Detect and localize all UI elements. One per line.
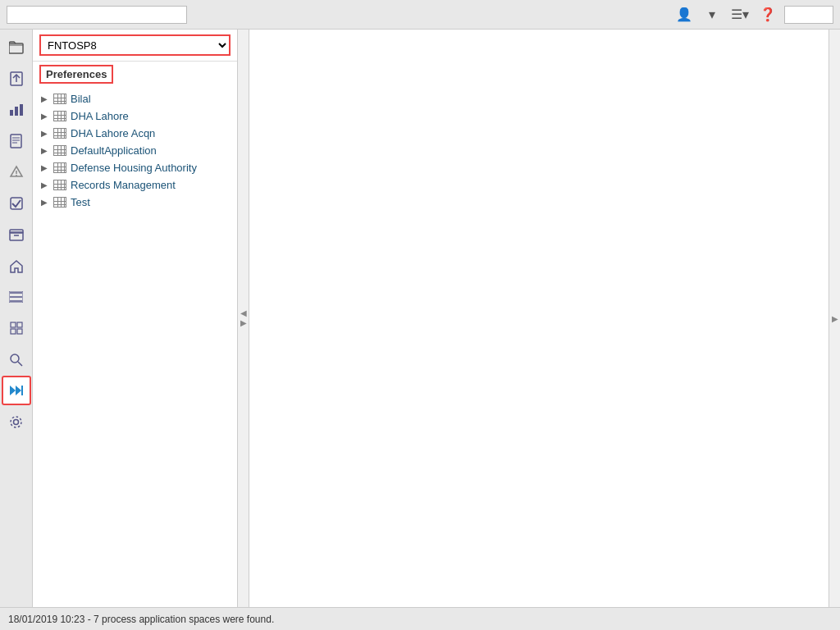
sidebar-folder-icon[interactable] [2, 33, 31, 62]
svg-rect-5 [20, 104, 23, 116]
resize-handle[interactable]: ◀ ▶ [238, 30, 249, 607]
tree-label-test: Test [71, 196, 90, 208]
tree-label-records-management: Records Management [71, 179, 176, 191]
topbar: 👤 ▾ ☰▾ ❓ [0, 0, 840, 30]
svg-rect-23 [17, 329, 22, 334]
sidebar-home-icon[interactable] [2, 251, 31, 281]
svg-rect-3 [10, 110, 13, 116]
tree-arrow-bilal: ▶ [41, 94, 51, 103]
grid-icon-default-application [52, 145, 67, 157]
tree-arrow-records-management: ▶ [41, 180, 51, 189]
svg-point-11 [16, 175, 17, 176]
svg-point-24 [11, 354, 19, 363]
tree-label-default-application: DefaultApplication [71, 144, 157, 157]
svg-rect-22 [11, 329, 16, 334]
tree-arrow-defense-housing: ▶ [41, 163, 51, 172]
svg-rect-6 [11, 135, 21, 148]
sidebar-check-icon[interactable] [2, 189, 31, 218]
help-icon[interactable]: ❓ [756, 3, 779, 26]
sidebar-search-icon[interactable] [2, 345, 31, 374]
topbar-extra-input[interactable] [784, 6, 833, 24]
tree-label-defense-housing: Defense Housing Authority [71, 162, 197, 174]
main-layout: FNTOSP8 Preferences ▶ Bilal ▶ DHA Lahore [0, 30, 840, 607]
grid-icon-bilal [52, 94, 67, 105]
tree-item-defense-housing[interactable]: ▶ Defense Housing Authority [33, 159, 237, 176]
svg-rect-26 [21, 386, 23, 395]
content-area [249, 30, 829, 607]
sidebar-settings-icon[interactable] [2, 407, 31, 436]
svg-point-27 [14, 419, 19, 424]
right-arrow: ▶ [240, 318, 247, 328]
user-dropdown-icon[interactable]: ▾ [701, 3, 724, 26]
tree-arrow-dha-lahore: ▶ [41, 112, 51, 121]
grid-icon-test [52, 197, 67, 208]
svg-point-28 [11, 417, 21, 427]
svg-rect-14 [10, 230, 23, 233]
svg-line-25 [18, 362, 22, 366]
grid-icon-dha-lahore-acqn [52, 128, 67, 139]
grid-icon-dha-lahore [52, 111, 67, 122]
tree-item-test[interactable]: ▶ Test [33, 194, 237, 211]
tree-item-dha-lahore[interactable]: ▶ DHA Lahore [33, 107, 237, 125]
svg-rect-4 [15, 107, 18, 116]
tree-item-records-management[interactable]: ▶ Records Management [33, 176, 237, 194]
tree-item-dha-lahore-acqn[interactable]: ▶ DHA Lahore Acqn [33, 125, 237, 142]
preferences-header: Preferences [33, 62, 237, 87]
sidebar-archive-icon[interactable] [2, 220, 31, 249]
sidebar-list-icon[interactable] [2, 282, 31, 312]
tree-arrow-test: ▶ [41, 198, 51, 207]
tree-items-list: ▶ Bilal ▶ DHA Lahore ▶ DHA Lahore Acqn [33, 87, 237, 607]
tree-arrow-default-application: ▶ [41, 146, 51, 155]
sidebar-alert-icon[interactable] [2, 158, 31, 187]
menu-icon[interactable]: ☰▾ [728, 3, 751, 26]
grid-icon-defense-housing [52, 162, 67, 174]
sidebar-icons [0, 30, 33, 607]
preferences-label: Preferences [39, 65, 113, 84]
svg-rect-20 [11, 322, 16, 327]
tree-panel: FNTOSP8 Preferences ▶ Bilal ▶ DHA Lahore [33, 30, 238, 607]
tree-label-bilal: Bilal [71, 93, 91, 105]
sidebar-chart-icon[interactable] [2, 95, 31, 125]
sidebar-grid2-icon[interactable] [2, 313, 31, 343]
right-scroll-arrow: ▶ [832, 314, 838, 323]
scroll-right-handle[interactable]: ▶ [829, 30, 840, 607]
tree-arrow-dha-lahore-acqn: ▶ [41, 129, 51, 138]
topbar-right: 👤 ▾ ☰▾ ❓ [673, 3, 833, 26]
sidebar-document-icon[interactable] [2, 126, 31, 156]
left-arrow: ◀ [240, 308, 247, 318]
grid-icon-records-management [52, 180, 67, 191]
tree-item-default-application[interactable]: ▶ DefaultApplication [33, 142, 237, 159]
user-icon[interactable]: 👤 [673, 3, 696, 26]
topbar-left [7, 6, 187, 24]
statusbar: 18/01/2019 10:23 - 7 process application… [0, 607, 840, 630]
tree-selector-row: FNTOSP8 [33, 30, 237, 62]
tree-label-dha-lahore: DHA Lahore [71, 110, 129, 122]
space-selector[interactable]: FNTOSP8 [39, 34, 231, 56]
tree-label-dha-lahore-acqn: DHA Lahore Acqn [71, 127, 155, 139]
sidebar-upload-icon[interactable] [2, 64, 31, 94]
statusbar-text: 18/01/2019 10:23 - 7 process application… [8, 614, 274, 625]
svg-rect-21 [17, 322, 22, 327]
tree-item-bilal[interactable]: ▶ Bilal [33, 90, 237, 107]
sidebar-fastforward-icon[interactable] [2, 376, 31, 405]
topbar-search-input[interactable] [7, 6, 187, 24]
